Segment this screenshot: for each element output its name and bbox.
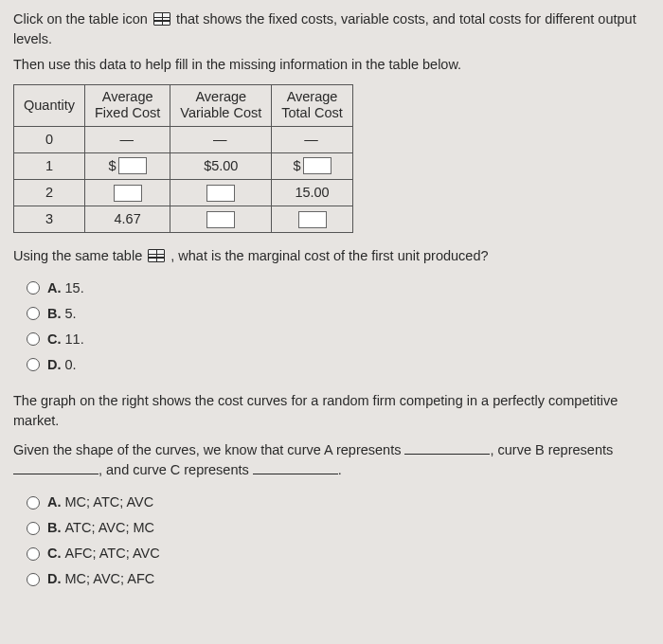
- table-row: 3 4.67: [14, 206, 353, 232]
- question-2-intro: The graph on the right shows the cost cu…: [13, 391, 650, 431]
- atc-1-input[interactable]: [303, 157, 332, 174]
- q2-mid2: , and curve C represents: [99, 462, 249, 477]
- cell-qty-0: 0: [14, 126, 85, 152]
- atc-1-prefix: $: [293, 156, 300, 176]
- cell-qty-2: 2: [14, 179, 85, 206]
- costs-table: Quantity AverageFixed Cost AverageVariab…: [13, 84, 353, 233]
- radio-icon[interactable]: [27, 573, 40, 586]
- instruction-1: Click on the table icon that shows the f…: [13, 9, 650, 49]
- choice-letter: A.: [47, 280, 62, 295]
- cell-qty-3: 3: [14, 206, 85, 232]
- blank-c: [253, 461, 338, 475]
- choice-d[interactable]: D.0.: [27, 352, 650, 378]
- afc-1-input[interactable]: [118, 157, 147, 174]
- afc-1-prefix: $: [109, 156, 116, 176]
- choice-letter: C.: [47, 331, 62, 347]
- choice-d[interactable]: D.MC; AVC; AFC: [27, 566, 650, 592]
- choice-text: 0.: [65, 357, 77, 372]
- question-2-prompt: Given the shape of the curves, we know t…: [13, 440, 650, 480]
- table-header-row: Quantity AverageFixed Cost AverageVariab…: [14, 85, 353, 127]
- choice-text: MC; ATC; AVC: [65, 494, 154, 510]
- choice-text: AFC; ATC; AVC: [65, 546, 160, 561]
- choice-letter: B.: [47, 306, 62, 321]
- afc-2-input[interactable]: [114, 185, 142, 202]
- question-1-text: Using the same table , what is the margi…: [13, 246, 650, 266]
- cell-afc-2: [85, 179, 170, 206]
- instruction-2-text: Then use this data to help fill in the m…: [13, 57, 461, 72]
- instruction-1a-text: Click on the table icon: [13, 11, 148, 27]
- choice-letter: B.: [47, 520, 62, 535]
- choice-a[interactable]: A.MC; ATC; AVC: [27, 490, 650, 515]
- cell-afc-1: $: [85, 152, 170, 179]
- cell-avc-2: [170, 179, 272, 206]
- radio-icon[interactable]: [27, 358, 40, 371]
- q2-end: .: [338, 462, 342, 477]
- cell-avc-0: —: [170, 126, 272, 152]
- table-icon[interactable]: [148, 249, 165, 262]
- cell-afc-3: 4.67: [85, 206, 170, 232]
- avc-3-input[interactable]: [206, 211, 235, 228]
- q1-text-a: Using the same table: [13, 248, 142, 263]
- choice-text: 11.: [65, 331, 84, 347]
- table-row: 0 — — —: [14, 126, 353, 152]
- cell-atc-2: 15.00: [272, 179, 352, 206]
- atc-3-input[interactable]: [298, 211, 327, 228]
- header-avc: AverageVariable Cost: [170, 85, 272, 127]
- question-2-choices: A.MC; ATC; AVC B.ATC; AVC; MC C.AFC; ATC…: [27, 490, 650, 592]
- choice-c[interactable]: C.AFC; ATC; AVC: [27, 541, 650, 566]
- radio-icon[interactable]: [27, 547, 40, 561]
- radio-icon[interactable]: [27, 332, 40, 346]
- choice-text: MC; AVC; AFC: [65, 571, 155, 586]
- choice-text: ATC; AVC; MC: [65, 520, 155, 535]
- choice-text: 5.: [65, 306, 77, 321]
- choice-b[interactable]: B.5.: [27, 301, 650, 327]
- cell-avc-1: $5.00: [170, 152, 272, 179]
- q1-text-b: , what is the marginal cost of the first…: [170, 248, 488, 263]
- header-quantity: Quantity: [14, 85, 85, 127]
- choice-a[interactable]: A.15.: [27, 276, 650, 301]
- choice-text: 15.: [65, 280, 84, 295]
- radio-icon[interactable]: [27, 522, 40, 535]
- question-1-choices: A.15. B.5. C.11. D.0.: [27, 276, 650, 378]
- blank-a: [404, 441, 490, 456]
- table-row: 1 $ $5.00 $: [14, 152, 353, 179]
- choice-letter: D.: [47, 357, 62, 372]
- instruction-2: Then use this data to help fill in the m…: [13, 55, 650, 75]
- header-afc: AverageFixed Cost: [85, 85, 170, 127]
- q2-lead: Given the shape of the curves, we know t…: [13, 442, 401, 457]
- choice-c[interactable]: C.11.: [27, 327, 650, 352]
- header-atc: AverageTotal Cost: [272, 85, 352, 127]
- radio-icon[interactable]: [27, 307, 40, 320]
- choice-letter: C.: [47, 546, 62, 561]
- table-row: 2 15.00: [14, 179, 353, 206]
- cell-atc-0: —: [272, 126, 352, 152]
- radio-icon[interactable]: [27, 281, 40, 295]
- cell-avc-3: [170, 206, 272, 232]
- q2-mid1: , curve B represents: [490, 442, 613, 457]
- cell-qty-1: 1: [14, 152, 85, 179]
- avc-2-input[interactable]: [206, 185, 235, 202]
- radio-icon[interactable]: [27, 496, 40, 510]
- choice-b[interactable]: B.ATC; AVC; MC: [27, 515, 650, 541]
- blank-b: [13, 461, 99, 475]
- table-icon[interactable]: [153, 12, 170, 26]
- cell-atc-3: [272, 206, 352, 232]
- cell-atc-1: $: [272, 152, 352, 179]
- choice-letter: D.: [47, 571, 62, 586]
- choice-letter: A.: [47, 494, 62, 510]
- cell-afc-0: —: [85, 126, 170, 152]
